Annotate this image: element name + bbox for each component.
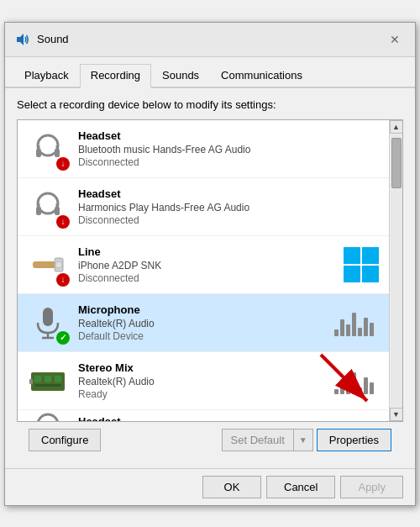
eq-bar (352, 313, 356, 336)
scroll-down-arrow[interactable]: ▼ (390, 408, 403, 421)
eq-bar (370, 323, 374, 336)
cancel-button[interactable]: Cancel (266, 476, 335, 498)
svg-rect-17 (362, 266, 379, 282)
device-icon-wrap: ↓ (26, 243, 70, 287)
close-button[interactable]: ✕ (385, 29, 405, 50)
device-icon-wrap (26, 359, 70, 403)
svg-line-31 (321, 355, 367, 401)
tab-recording[interactable]: Recording (80, 64, 151, 88)
headset-icon (29, 410, 66, 421)
svg-rect-11 (33, 261, 56, 268)
svg-rect-16 (344, 266, 360, 282)
eq-bar (364, 318, 368, 336)
set-default-button-group: Set Default ▼ (222, 429, 313, 451)
device-status: Disconnected (78, 156, 381, 168)
svg-rect-14 (344, 247, 360, 264)
eq-bar (340, 319, 344, 336)
svg-rect-23 (45, 376, 51, 382)
stereo-mix-icon (29, 362, 66, 399)
device-info: Headset Harmonics Play Hands-Free AG Aud… (70, 187, 381, 226)
set-default-button[interactable]: Set Default (222, 429, 293, 451)
scrollbar: ▲ ▼ (389, 120, 402, 421)
device-info: Microphone Realtek(R) Audio Default Devi… (70, 303, 334, 342)
dialog-footer: OK Cancel Apply (5, 468, 415, 505)
device-item-headset-bt[interactable]: ↓ Headset Bluetooth music Hands-Free AG … (18, 120, 389, 178)
scroll-track (391, 134, 402, 407)
svg-rect-7 (36, 207, 41, 215)
tab-sounds[interactable]: Sounds (151, 64, 210, 88)
svg-rect-18 (43, 308, 53, 326)
device-status: Default Device (78, 330, 334, 342)
device-icon-wrap (26, 410, 70, 421)
scroll-up-arrow[interactable]: ▲ (390, 120, 403, 134)
svg-rect-2 (36, 149, 41, 157)
device-name: Stereo Mix (78, 361, 334, 374)
device-name: Headset (78, 187, 381, 200)
button-group-right: Set Default ▼ Properties (222, 429, 391, 451)
device-name: Headset (78, 129, 381, 142)
svg-point-27 (38, 414, 58, 421)
apply-button[interactable]: Apply (340, 476, 403, 498)
device-icon-wrap: ↓ (26, 127, 70, 171)
device-sub: Realtek(R) Audio (78, 318, 334, 329)
device-status: Ready (78, 388, 334, 400)
svg-rect-8 (55, 207, 60, 215)
device-item-line-iphone[interactable]: ↓ Line iPhone A2DP SNK Disconnected (18, 236, 389, 294)
svg-marker-0 (17, 34, 24, 45)
device-info: Stereo Mix Realtek(R) Audio Ready (70, 361, 334, 400)
scroll-thumb[interactable] (391, 138, 402, 188)
svg-rect-25 (34, 384, 61, 387)
device-item-headset-harmonics[interactable]: ↓ Headset Harmonics Play Hands-Free AG A… (18, 178, 389, 236)
svg-rect-3 (55, 149, 60, 157)
svg-rect-26 (29, 379, 33, 384)
eq-bar (358, 328, 362, 336)
tab-bar: Playback Recording Sounds Communications (5, 57, 415, 88)
svg-rect-22 (34, 376, 41, 382)
status-badge-green: ✓ (56, 331, 70, 345)
status-badge-red: ↓ (56, 273, 70, 287)
device-sub: iPhone A2DP SNK (78, 260, 342, 271)
bottom-buttons: Configure Set Default ▼ Properties (17, 422, 403, 458)
eq-bar (334, 329, 339, 336)
red-arrow-annotation (304, 338, 388, 422)
device-sub: Realtek(R) Audio (78, 376, 334, 387)
svg-rect-24 (55, 376, 61, 382)
device-sub: Bluetooth music Hands-Free AG Audio (78, 144, 381, 155)
title-bar: Sound ✕ (5, 23, 415, 57)
device-info: Headset Bluetooth music Hands-Free AG Au… (70, 129, 381, 168)
device-status: Disconnected (78, 214, 381, 226)
title-bar-left: Sound (15, 32, 69, 47)
device-icon-wrap: ↓ (26, 185, 70, 229)
sound-speaker-icon (15, 32, 30, 47)
device-status: Disconnected (78, 272, 342, 284)
device-name: Line (78, 245, 342, 258)
eq-bar (346, 324, 350, 336)
equalizer-bars (334, 309, 374, 336)
dialog-title: Sound (37, 33, 69, 45)
configure-button[interactable]: Configure (29, 429, 101, 451)
device-name: Microphone (78, 303, 334, 316)
sound-dialog: Sound ✕ Playback Recording Sounds Commun… (4, 22, 416, 506)
description-text: Select a recording device below to modif… (17, 98, 403, 111)
status-badge-red: ↓ (56, 215, 70, 229)
set-default-dropdown-button[interactable]: ▼ (293, 429, 313, 451)
ok-button[interactable]: OK (202, 476, 261, 498)
properties-button[interactable]: Properties (317, 429, 391, 451)
device-sub: Harmonics Play Hands-Free AG Audio (78, 202, 381, 213)
device-icon-wrap: ✓ (26, 301, 70, 345)
svg-point-13 (55, 261, 62, 268)
status-badge-red: ↓ (56, 157, 70, 171)
tab-playback[interactable]: Playback (13, 64, 80, 88)
device-info: Line iPhone A2DP SNK Disconnected (70, 245, 342, 284)
windows-logo-icon (342, 245, 381, 284)
svg-rect-15 (362, 247, 379, 264)
content-area: Select a recording device below to modif… (5, 88, 415, 468)
tab-communications[interactable]: Communications (210, 64, 313, 88)
